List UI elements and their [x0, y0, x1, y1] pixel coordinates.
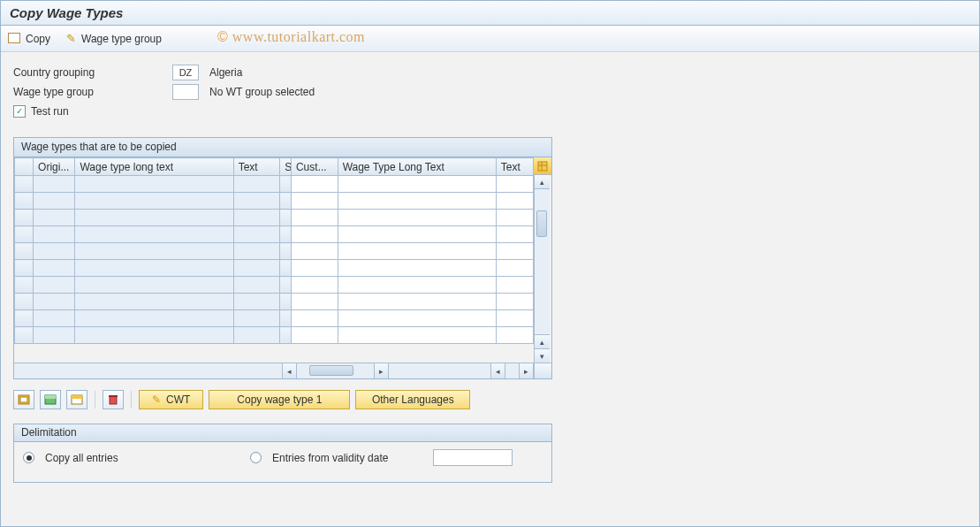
svg-rect-0	[538, 162, 547, 171]
app-window: Copy Wage Types Copy ✎ Wage type group ©…	[0, 0, 980, 527]
testrun-row: ✓ Test run	[13, 102, 967, 121]
hscroll-right2-icon[interactable]: ▸	[519, 363, 533, 378]
testrun-checkbox[interactable]: ✓	[13, 105, 26, 118]
scroll-thumb[interactable]	[536, 210, 547, 237]
wage-type-group-button[interactable]: ✎ Wage type group	[66, 32, 162, 45]
hscroll-right-blank	[389, 363, 491, 378]
other-languages-button[interactable]: Other Languages	[355, 390, 470, 409]
wtg-label: Wage type group	[81, 33, 162, 45]
column-settings-button[interactable]	[534, 157, 551, 175]
deselect-all-button[interactable]	[66, 390, 87, 409]
wtg-code-input[interactable]	[172, 84, 199, 100]
table-body: Origi... Wage type long text Text S Cust…	[14, 157, 534, 363]
copy-button[interactable]: Copy	[10, 33, 50, 45]
hscroll-left-icon[interactable]: ◂	[283, 363, 297, 378]
select-all-button[interactable]	[13, 390, 34, 409]
svg-rect-4	[20, 397, 27, 402]
copy-label: Copy	[26, 33, 50, 45]
row-selector-header[interactable]	[15, 158, 34, 176]
select-block-button[interactable]	[40, 390, 61, 409]
action-row: ✎ CWT Copy wage type 1 Other Languages	[13, 390, 967, 409]
col-text1[interactable]: Text	[233, 158, 280, 176]
table-title: Wage types that are to be copied	[14, 138, 551, 157]
hscroll-right-icon[interactable]: ▸	[374, 363, 388, 378]
deselect-all-icon	[71, 394, 83, 405]
hscroll-end[interactable]: ◂ ▸	[491, 363, 534, 378]
scroll-up-icon[interactable]: ▴	[535, 175, 550, 189]
vertical-scrollbar[interactable]: ▴ ▴ ▾	[534, 175, 550, 363]
edit-icon: ✎	[152, 393, 161, 406]
grid-rows	[15, 176, 534, 344]
copy1-label: Copy wage type 1	[237, 393, 322, 406]
title-text: Copy Wage Types	[10, 5, 123, 20]
other-lang-label: Other Languages	[372, 393, 454, 406]
hscroll-corner	[534, 363, 551, 378]
col-origi[interactable]: Origi...	[34, 158, 75, 176]
col-text2[interactable]: Text	[496, 158, 533, 176]
separator	[131, 391, 132, 409]
entries-from-label: Entries from validity date	[272, 452, 422, 464]
delete-icon	[107, 394, 119, 405]
select-block-icon	[44, 394, 57, 405]
copy-all-radio[interactable]	[23, 452, 34, 463]
separator	[95, 391, 95, 409]
wtg-desc: No WT group selected	[209, 86, 315, 98]
country-code-input[interactable]: DZ	[172, 65, 199, 80]
hscroll-left2-icon[interactable]: ◂	[491, 363, 505, 378]
copy-icon	[10, 34, 20, 43]
copy-wage-type-1-button[interactable]: Copy wage type 1	[209, 390, 350, 409]
hscroll-thumb[interactable]	[309, 365, 353, 376]
content-area: Country grouping DZ Algeria Wage type gr…	[1, 52, 979, 493]
cwt-button[interactable]: ✎ CWT	[139, 390, 203, 409]
country-row: Country grouping DZ Algeria	[13, 63, 967, 82]
wtg-row: Wage type group No WT group selected	[13, 82, 967, 102]
country-label: Country grouping	[13, 66, 172, 79]
col-s[interactable]: S	[280, 158, 292, 176]
delete-button[interactable]	[103, 390, 124, 409]
country-name: Algeria	[209, 66, 242, 79]
wtg-form-label: Wage type group	[13, 86, 172, 98]
page-title: Copy Wage Types	[1, 1, 979, 26]
copy-all-label: Copy all entries	[45, 452, 239, 464]
wage-types-grid[interactable]: Origi... Wage type long text Text S Cust…	[14, 157, 534, 344]
select-all-icon	[18, 394, 30, 405]
toolbar: Copy ✎ Wage type group © © www.tutorialk…	[1, 26, 979, 52]
cwt-label: CWT	[166, 393, 190, 406]
horizontal-scroll-row: ◂ ▸ ◂ ▸	[14, 363, 551, 378]
testrun-label: Test run	[31, 105, 69, 118]
hscroll-left-blank	[14, 363, 283, 378]
wage-types-table-group: Wage types that are to be copied Origi..…	[13, 137, 552, 379]
col-wtlt1[interactable]: Wage type long text	[75, 158, 233, 176]
svg-rect-9	[110, 396, 117, 404]
svg-rect-6	[45, 395, 56, 399]
entries-from-radio[interactable]	[250, 452, 262, 463]
watermark: © © www.tutorialkart.comwww.tutorialkart…	[217, 29, 365, 45]
hscroll-mid[interactable]: ◂ ▸	[283, 363, 389, 378]
col-wtlt2[interactable]: Wage Type Long Text	[338, 158, 496, 176]
table-settings-icon	[537, 161, 548, 172]
delimitation-box: Delimitation Copy all entries Entries fr…	[13, 424, 552, 483]
svg-rect-8	[72, 395, 82, 399]
col-cust[interactable]: Cust...	[291, 158, 338, 176]
delimitation-title: Delimitation	[14, 424, 551, 442]
validity-date-input[interactable]	[433, 449, 513, 466]
scroll-up2-icon[interactable]: ▴	[535, 334, 550, 348]
scroll-down-icon[interactable]: ▾	[535, 348, 550, 363]
pencil-icon: ✎	[66, 32, 76, 45]
